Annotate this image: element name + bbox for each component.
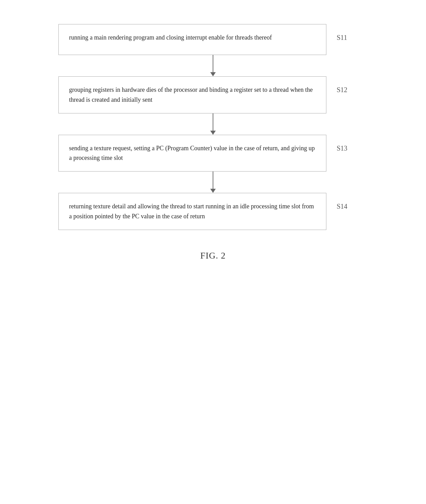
arrow-s12 [79,113,347,135]
step-label-s12: S12 [337,76,347,94]
step-box-s12: grouping registers in hardware dies of t… [58,76,326,113]
arrow-line [213,113,213,131]
step-label-s14: S14 [337,193,347,210]
arrow-s13 [79,172,347,193]
step-box-s13: sending a texture request, setting a PC … [58,135,326,172]
step-box-s14: returning texture detail and allowing th… [58,193,326,230]
step-row-s11: running a main rendering program and clo… [58,24,368,55]
step-row-s13: sending a texture request, setting a PC … [58,135,368,172]
diagram-container: running a main rendering program and clo… [58,14,368,261]
arrow-line [213,55,213,72]
step-label-s13: S13 [337,135,347,152]
step-row-s14: returning texture detail and allowing th… [58,193,368,230]
arrow-head [210,131,216,135]
arrow-head [210,189,216,193]
arrow-line [213,172,213,189]
step-box-s11: running a main rendering program and clo… [58,24,326,55]
arrow-head [210,72,216,76]
step-label-s11: S11 [337,24,347,42]
figure-label: FIG. 2 [200,251,226,261]
arrow-s11 [79,55,347,76]
step-row-s12: grouping registers in hardware dies of t… [58,76,368,113]
